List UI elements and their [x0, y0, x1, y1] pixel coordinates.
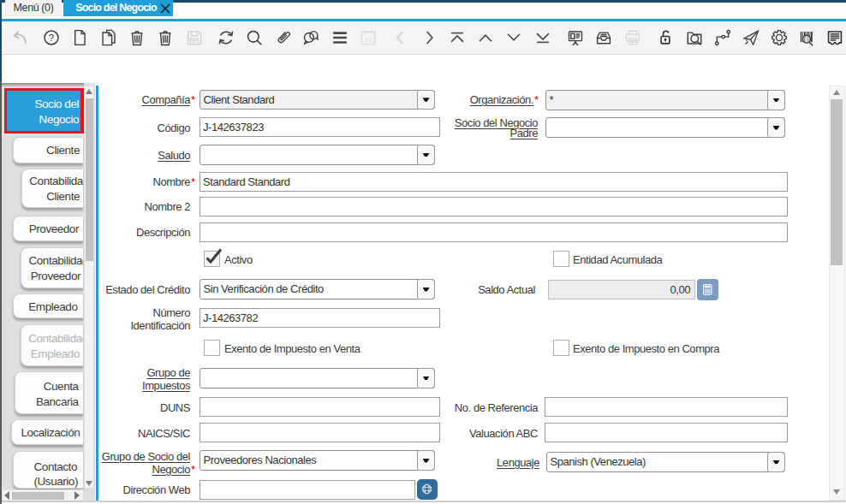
svg-text:?: ? — [48, 33, 53, 43]
svg-text:31: 31 — [365, 36, 372, 44]
